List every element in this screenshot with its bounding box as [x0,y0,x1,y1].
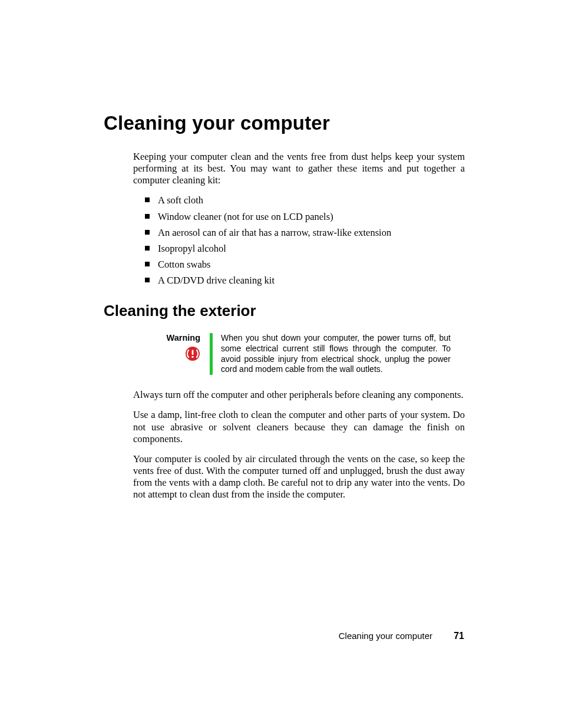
callout-body-text: When you shut down your computer, the po… [213,333,451,375]
cleaning-kit-list: A soft cloth Window cleaner (not for use… [145,192,465,288]
body-paragraph: Use a damp, lint-free cloth to clean the… [133,409,465,444]
body-paragraph: Your computer is cooled by air circulate… [133,453,465,501]
page-number: 71 [454,631,464,641]
body-column: Warning When you shut down your computer… [133,333,465,501]
list-item: Window cleaner (not for use on LCD panel… [145,209,465,225]
callout-label: Warning [153,333,200,342]
footer-section-name: Cleaning your computer [339,631,432,641]
svg-point-2 [191,355,193,357]
list-item: Isopropyl alcohol [145,241,465,256]
page-content: Cleaning your computer Keeping your comp… [0,0,562,500]
body-paragraph: Always turn off the computer and other p… [133,389,465,401]
list-item: A CD/DVD drive cleaning kit [145,272,465,288]
page-footer: Cleaning your computer 71 [339,631,464,641]
list-item: An aerosol can of air that has a narrow,… [145,225,465,241]
warning-icon [185,346,200,364]
warning-callout: Warning When you shut down your computer… [153,333,465,375]
page-title: Cleaning your computer [104,112,465,134]
intro-paragraph: Keeping your computer clean and the vent… [133,151,465,186]
list-item: Cotton swabs [145,256,465,272]
section-subtitle: Cleaning the exterior [104,302,465,320]
svg-rect-1 [192,350,194,355]
callout-left-column: Warning [153,333,210,375]
list-item: A soft cloth [145,192,465,208]
body-column: Keeping your computer clean and the vent… [133,151,465,289]
